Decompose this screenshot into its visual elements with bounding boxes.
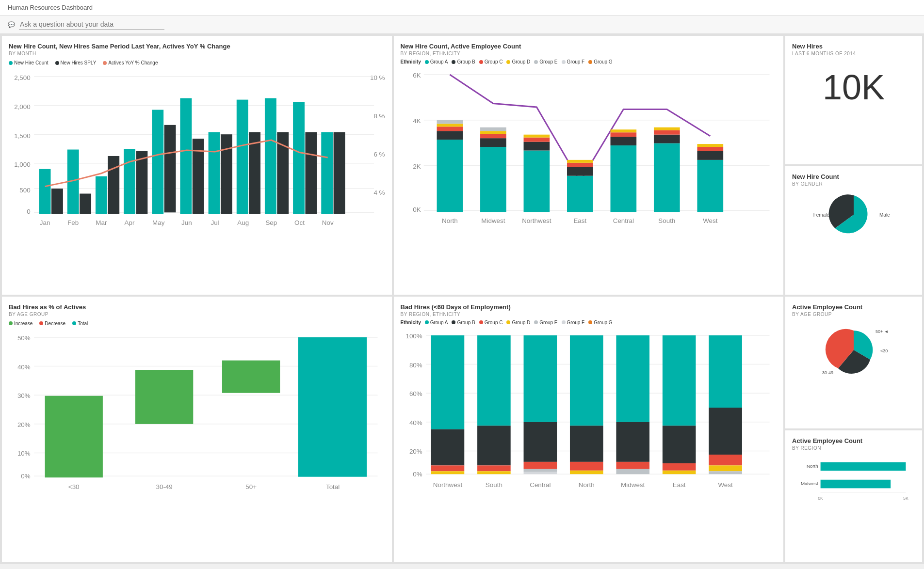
svg-text:North: North: [807, 463, 818, 469]
svg-rect-130: [431, 465, 464, 471]
svg-rect-67: [523, 151, 550, 212]
svg-text:40%: 40%: [17, 363, 31, 370]
svg-text:6 %: 6 %: [373, 151, 385, 158]
svg-rect-86: [697, 144, 723, 147]
svg-rect-65: [480, 131, 506, 134]
svg-text:4K: 4K: [413, 117, 421, 125]
svg-rect-37: [334, 132, 345, 214]
right1-title: New Hires: [792, 43, 915, 50]
svg-text:20%: 20%: [409, 448, 422, 455]
region-bar-svg: North Midwest 0K 5K: [792, 455, 915, 502]
panel2-title: New Hire Count, Active Employee Count: [401, 43, 777, 50]
svg-rect-58: [437, 131, 463, 140]
svg-text:0K: 0K: [818, 496, 823, 501]
panel-bad-hires-60: Bad Hires (<60 Days of Employment) BY RE…: [394, 297, 784, 562]
svg-rect-148: [616, 469, 649, 474]
svg-rect-139: [523, 469, 557, 472]
svg-rect-30: [237, 100, 248, 214]
svg-text:<30: <30: [68, 483, 80, 490]
svg-text:<30: <30: [880, 348, 888, 353]
top-bar: Human Resources Dashboard 💬: [0, 0, 924, 34]
svg-text:Apr: Apr: [125, 219, 135, 226]
legend-dot-coral: [103, 61, 107, 65]
svg-text:1,500: 1,500: [14, 132, 31, 140]
qa-bar[interactable]: 💬: [0, 16, 924, 34]
svg-rect-135: [477, 471, 511, 474]
svg-rect-128: [431, 335, 464, 429]
gender-pie-svg: Female Male: [810, 190, 897, 239]
app-title: Human Resources Dashboard: [8, 4, 93, 11]
legend-group-b: Group B: [452, 59, 475, 64]
svg-text:2,500: 2,500: [14, 74, 31, 81]
svg-text:60%: 60%: [409, 390, 422, 397]
svg-text:30%: 30%: [17, 392, 31, 399]
panel3-title: Bad Hires as % of Actives: [9, 303, 385, 311]
legend4-group-f: Group F: [562, 320, 585, 325]
svg-text:Central: Central: [530, 481, 551, 489]
svg-rect-151: [662, 463, 696, 470]
svg-rect-152: [662, 470, 696, 474]
svg-text:50+: 50+: [245, 483, 257, 490]
svg-rect-143: [569, 461, 603, 470]
legend-decrease: Decrease: [39, 321, 65, 326]
panel1-chart: 2,500 2,000 1,500 1,000 500 0 10 % 8 % 6…: [9, 69, 385, 230]
panel4-legend: Ethnicity Group A Group B Group C Group …: [401, 320, 777, 325]
legend4-group-g: Group G: [588, 320, 612, 325]
svg-rect-146: [616, 422, 649, 461]
right3-subtitle: BY AGE GROUP: [792, 312, 915, 317]
svg-rect-61: [437, 120, 463, 124]
svg-rect-59: [437, 126, 463, 131]
legend4-group-d: Group D: [506, 320, 530, 325]
legend-total: Total: [72, 321, 88, 326]
legend-group-e: Group E: [534, 59, 557, 64]
qa-input[interactable]: [19, 19, 164, 30]
qa-icon: 💬: [8, 21, 15, 28]
app-title-bar: Human Resources Dashboard: [0, 0, 924, 16]
svg-rect-171: [821, 480, 891, 489]
svg-text:Oct: Oct: [294, 219, 305, 226]
panel1-subtitle: BY MONTH: [9, 51, 385, 56]
panel-new-hire-by-region: New Hire Count, Active Employee Count BY…: [394, 36, 784, 295]
right-column-bottom: Active Employee Count BY AGE GROUP 50+ ◄…: [785, 297, 922, 562]
svg-rect-35: [305, 132, 317, 214]
panel2-subtitle: BY REGION, ETHNICITY: [401, 51, 777, 56]
svg-rect-24: [152, 110, 163, 214]
svg-rect-69: [523, 138, 550, 142]
svg-text:6K: 6K: [413, 72, 421, 79]
svg-text:Jul: Jul: [211, 219, 219, 226]
svg-rect-26: [180, 98, 192, 214]
svg-text:Northwest: Northwest: [433, 481, 462, 489]
svg-rect-150: [662, 426, 696, 463]
svg-rect-57: [437, 140, 463, 212]
dashboard: New Hire Count, New Hires Same Period La…: [0, 34, 924, 564]
svg-rect-19: [80, 194, 91, 214]
panel2-svg: 6K 4K 2K 0K: [401, 67, 777, 226]
svg-rect-36: [321, 132, 333, 214]
svg-rect-79: [653, 143, 680, 212]
right4-subtitle: BY REGION: [792, 445, 915, 451]
svg-text:Mar: Mar: [96, 219, 107, 226]
svg-rect-169: [821, 462, 906, 471]
svg-text:1,000: 1,000: [14, 161, 31, 168]
age-pie-svg: 50+ ◄ <30 30-49: [805, 321, 902, 379]
svg-rect-76: [610, 137, 636, 145]
legend4-group-e: Group E: [534, 320, 557, 325]
right2-chart: Female Male: [792, 190, 915, 239]
svg-rect-136: [523, 335, 557, 422]
svg-text:Nov: Nov: [322, 219, 334, 226]
svg-rect-129: [431, 429, 464, 465]
svg-rect-111: [298, 337, 367, 476]
svg-text:30-49: 30-49: [156, 483, 172, 490]
svg-text:Jun: Jun: [181, 219, 192, 226]
svg-rect-137: [523, 422, 557, 461]
svg-rect-145: [616, 335, 649, 422]
svg-rect-63: [480, 138, 506, 147]
svg-rect-138: [523, 461, 557, 469]
svg-rect-78: [610, 129, 636, 132]
svg-rect-156: [709, 465, 742, 471]
right3-title: Active Employee Count: [792, 303, 915, 311]
svg-rect-109: [135, 370, 193, 424]
svg-text:South: South: [485, 481, 502, 489]
svg-rect-144: [569, 470, 603, 474]
svg-text:North: North: [578, 481, 594, 489]
